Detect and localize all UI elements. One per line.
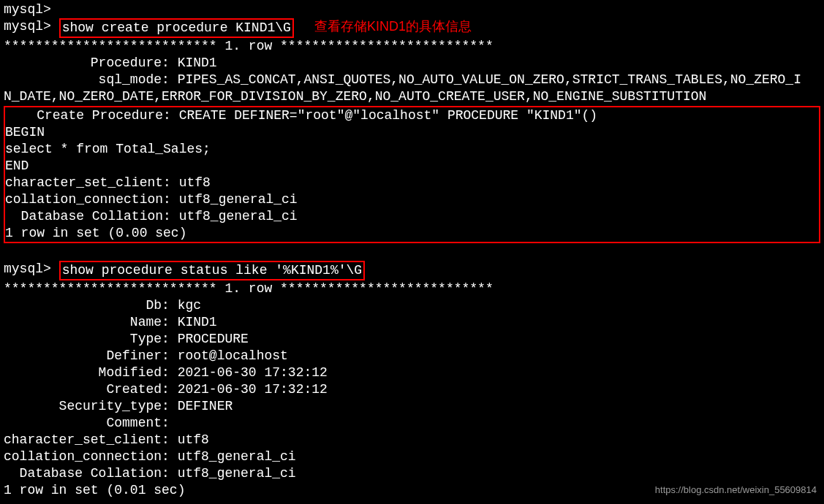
highlighted-command-2: show procedure status like '%KIND1%'\G	[59, 261, 365, 280]
row-separator-1: *************************** 1. row *****…	[4, 38, 820, 55]
annotation-text-1: 查看存储KIND1的具体信息	[314, 18, 472, 35]
result2-comment: Comment:	[4, 415, 820, 432]
result1-sqlmode-a: sql_mode: PIPES_AS_CONCAT,ANSI_QUOTES,NO…	[4, 72, 820, 88]
result2-charset: character_set_client: utf8	[4, 432, 820, 448]
highlighted-result-block: Create Procedure: CREATE DEFINER="root"@…	[4, 106, 820, 243]
collation-line: collation_connection: utf8_general_ci	[5, 191, 819, 208]
begin-line: BEGIN	[5, 124, 819, 141]
blank-line	[4, 244, 820, 261]
result2-db-collation: Database Collation: utf8_general_ci	[4, 465, 820, 482]
result2-definer: Definer: root@localhost	[4, 348, 820, 364]
result2-security-type: Security_type: DEFINER	[4, 398, 820, 415]
result2-name: Name: KIND1	[4, 314, 820, 331]
result2-created: Created: 2021-06-30 17:32:12	[4, 381, 820, 398]
charset-line: character_set_client: utf8	[5, 175, 819, 191]
highlighted-command-1: show create procedure KIND1\G	[59, 18, 294, 38]
select-line: select * from Total_Sales;	[5, 141, 819, 158]
result1-procedure: Procedure: KIND1	[4, 55, 820, 72]
result2-collation: collation_connection: utf8_general_ci	[4, 448, 820, 465]
db-collation-line: Database Collation: utf8_general_ci	[5, 208, 819, 225]
end-line: END	[5, 158, 819, 175]
rowcount-line-1: 1 row in set (0.00 sec)	[5, 225, 819, 242]
command-row-1: mysql> show create procedure KIND1\G 查看存…	[4, 18, 820, 38]
create-procedure-line: Create Procedure: CREATE DEFINER="root"@…	[5, 107, 819, 124]
row-separator-2: *************************** 1. row *****…	[4, 280, 820, 297]
result1-sqlmode-b: N_DATE,NO_ZERO_DATE,ERROR_FOR_DIVISION_B…	[4, 88, 820, 105]
mysql-prompt: mysql>	[4, 18, 59, 35]
result2-modified: Modified: 2021-06-30 17:32:12	[4, 364, 820, 381]
mysql-prompt-2: mysql>	[4, 261, 59, 278]
result2-db: Db: kgc	[4, 297, 820, 314]
watermark-text: https://blog.csdn.net/weixin_55609814	[655, 481, 817, 498]
result2-type: Type: PROCEDURE	[4, 331, 820, 348]
prompt-line-empty-1: mysql>	[4, 1, 820, 18]
command-row-2: mysql> show procedure status like '%KIND…	[4, 261, 820, 280]
